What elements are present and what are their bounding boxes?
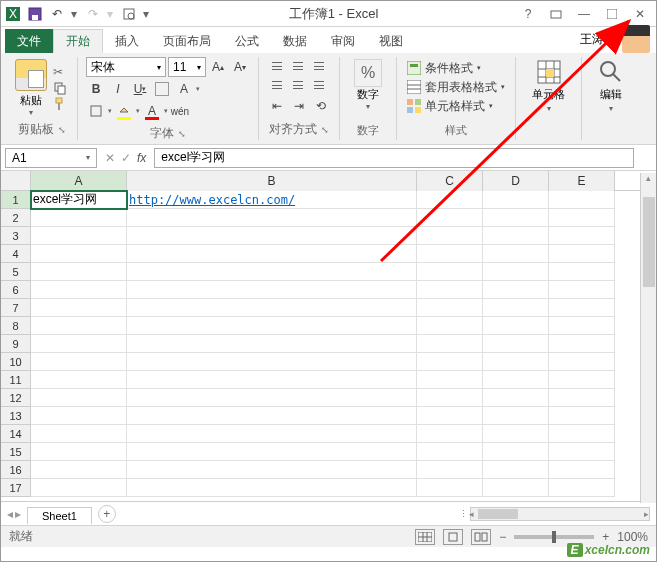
cell-d10[interactable] <box>483 353 549 371</box>
row-header[interactable]: 5 <box>1 263 31 281</box>
vertical-scrollbar[interactable]: ▴ <box>640 173 656 503</box>
row-header[interactable]: 15 <box>1 443 31 461</box>
help-icon[interactable]: ? <box>516 4 540 24</box>
cell-e8[interactable] <box>549 317 615 335</box>
cut-icon[interactable]: ✂ <box>53 65 69 79</box>
border-button[interactable] <box>155 82 169 96</box>
cell-c6[interactable] <box>417 281 483 299</box>
font-name-select[interactable]: 宋体▾ <box>86 57 166 77</box>
cells-button[interactable]: 单元格 ▾ <box>524 57 573 115</box>
ribbon-display-icon[interactable] <box>544 4 568 24</box>
cell-a11[interactable] <box>31 371 127 389</box>
cell-c2[interactable] <box>417 209 483 227</box>
cell-e14[interactable] <box>549 425 615 443</box>
row-header[interactable]: 2 <box>1 209 31 227</box>
orientation-icon[interactable]: ⟲ <box>311 96 331 116</box>
cell-b12[interactable] <box>127 389 417 407</box>
cell-d17[interactable] <box>483 479 549 497</box>
zoom-out-icon[interactable]: − <box>499 530 506 544</box>
row-header[interactable]: 4 <box>1 245 31 263</box>
row-header[interactable]: 8 <box>1 317 31 335</box>
align-right-icon[interactable] <box>309 76 329 94</box>
cell-e13[interactable] <box>549 407 615 425</box>
row-header[interactable]: 17 <box>1 479 31 497</box>
cell-e2[interactable] <box>549 209 615 227</box>
tab-file[interactable]: 文件 <box>5 29 53 53</box>
add-sheet-button[interactable]: + <box>98 505 116 523</box>
cell-b5[interactable] <box>127 263 417 281</box>
zoom-slider[interactable] <box>514 535 594 539</box>
paste-button[interactable]: 粘贴 ▾ <box>15 57 47 119</box>
cell-d6[interactable] <box>483 281 549 299</box>
tab-home[interactable]: 开始 <box>53 29 103 53</box>
align-left-icon[interactable] <box>267 76 287 94</box>
cell-e1[interactable] <box>549 191 615 209</box>
cell-c9[interactable] <box>417 335 483 353</box>
decrease-indent-icon[interactable]: ⇤ <box>267 96 287 116</box>
align-middle-icon[interactable] <box>288 57 308 75</box>
bold-button[interactable]: B <box>86 79 106 99</box>
close-icon[interactable]: ✕ <box>628 4 652 24</box>
cell-b6[interactable] <box>127 281 417 299</box>
number-format-button[interactable]: % 数字 ▾ <box>348 57 388 113</box>
cell-b8[interactable] <box>127 317 417 335</box>
cell-c16[interactable] <box>417 461 483 479</box>
cell-e17[interactable] <box>549 479 615 497</box>
cell-a3[interactable] <box>31 227 127 245</box>
cell-a16[interactable] <box>31 461 127 479</box>
cell-c10[interactable] <box>417 353 483 371</box>
cell-d15[interactable] <box>483 443 549 461</box>
border-dropdown-icon[interactable] <box>86 101 106 121</box>
fx-icon[interactable]: fx <box>137 151 146 165</box>
user-name[interactable]: 王涛 <box>580 31 604 48</box>
zoom-in-icon[interactable]: + <box>602 530 609 544</box>
cell-d4[interactable] <box>483 245 549 263</box>
cell-d8[interactable] <box>483 317 549 335</box>
cell-c14[interactable] <box>417 425 483 443</box>
col-header-c[interactable]: C <box>417 171 483 191</box>
cell-a5[interactable] <box>31 263 127 281</box>
font-color-button[interactable]: A <box>142 101 162 121</box>
col-header-a[interactable]: A <box>31 171 127 191</box>
page-layout-view-icon[interactable] <box>443 529 463 545</box>
zoom-level[interactable]: 100% <box>617 530 648 544</box>
cell-d2[interactable] <box>483 209 549 227</box>
save-icon[interactable] <box>27 6 43 22</box>
row-header[interactable]: 3 <box>1 227 31 245</box>
row-header[interactable]: 10 <box>1 353 31 371</box>
fill-color-button[interactable] <box>114 101 134 121</box>
underline-button[interactable]: U▾ <box>130 79 150 99</box>
cell-e6[interactable] <box>549 281 615 299</box>
copy-icon[interactable] <box>53 81 69 95</box>
formula-input[interactable]: excel学习网 <box>154 148 634 168</box>
tab-page-layout[interactable]: 页面布局 <box>151 29 223 53</box>
format-painter-icon[interactable] <box>53 97 69 111</box>
tab-data[interactable]: 数据 <box>271 29 319 53</box>
cell-c5[interactable] <box>417 263 483 281</box>
tab-review[interactable]: 审阅 <box>319 29 367 53</box>
table-format-button[interactable]: 套用表格格式 ▾ <box>407 78 505 96</box>
cell-a4[interactable] <box>31 245 127 263</box>
undo-dropdown-icon[interactable]: ▾ <box>71 7 79 21</box>
cell-c11[interactable] <box>417 371 483 389</box>
row-header[interactable]: 9 <box>1 335 31 353</box>
cell-e3[interactable] <box>549 227 615 245</box>
sheet-tab-1[interactable]: Sheet1 <box>27 507 92 524</box>
cell-c1[interactable] <box>417 191 483 209</box>
tab-insert[interactable]: 插入 <box>103 29 151 53</box>
user-dropdown-icon[interactable]: ▾ <box>610 32 616 46</box>
redo-dropdown-icon[interactable]: ▾ <box>107 7 115 21</box>
cell-a9[interactable] <box>31 335 127 353</box>
maximize-icon[interactable] <box>600 4 624 24</box>
decrease-font-icon[interactable]: A▾ <box>230 57 250 77</box>
minimize-icon[interactable]: — <box>572 4 596 24</box>
cell-a14[interactable] <box>31 425 127 443</box>
cell-c17[interactable] <box>417 479 483 497</box>
print-preview-icon[interactable] <box>121 6 137 22</box>
hscroll-thumb[interactable] <box>478 509 518 519</box>
cell-b10[interactable] <box>127 353 417 371</box>
cell-d13[interactable] <box>483 407 549 425</box>
row-header[interactable]: 13 <box>1 407 31 425</box>
row-header[interactable]: 14 <box>1 425 31 443</box>
row-header[interactable]: 11 <box>1 371 31 389</box>
